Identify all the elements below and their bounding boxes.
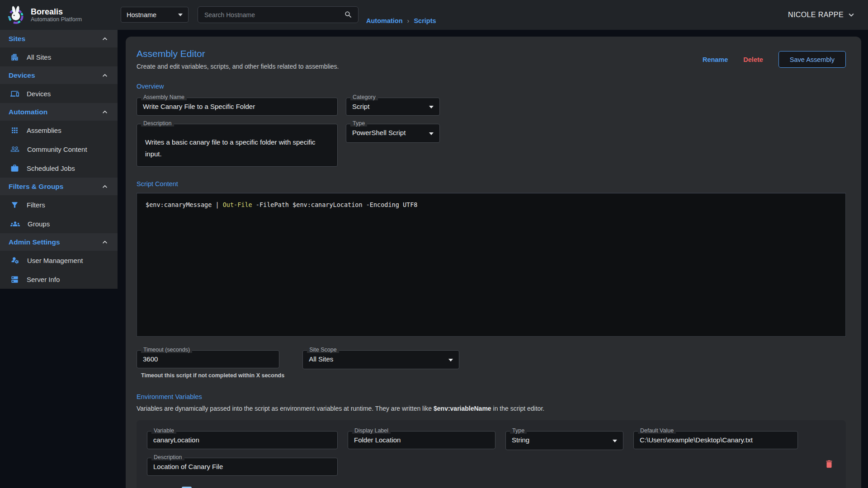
sidebar-item-label: Groups [28, 220, 50, 228]
sidebar-item-devices[interactable]: Devices [0, 84, 118, 103]
code-text: -FilePath $env:canaryLocation -Encoding … [252, 201, 418, 208]
assembly-editor-card: Assembly Editor Create and edit variable… [126, 37, 861, 488]
sidebar-item-community-content[interactable]: Community Content [0, 140, 118, 159]
category-select[interactable]: Category Script [346, 98, 440, 116]
description-field[interactable]: Description Writes a basic canary file t… [137, 124, 338, 167]
description-value: Writes a basic canary file to a specific… [137, 124, 337, 160]
breadcrumb: Automation › Scripts [366, 17, 436, 24]
env-vars-description: Variables are dynamically passed into th… [137, 405, 846, 412]
page-title: Assembly Editor [137, 48, 339, 59]
variable-type-label: Type [510, 427, 527, 434]
site-scope-select[interactable]: Site Scope All Sites [302, 350, 459, 369]
default-value-field[interactable]: Default Value C:\Users\example\Desktop\C… [633, 431, 798, 449]
chevron-up-icon [100, 182, 109, 191]
sidebar-item-label: Devices [27, 90, 51, 98]
borealis-rabbit-logo-icon [6, 5, 26, 25]
server-icon [10, 275, 19, 284]
code-text: $env:canaryMessage | [146, 201, 223, 208]
caret-down-icon [429, 106, 434, 108]
caret-down-icon [613, 440, 617, 442]
save-assembly-button[interactable]: Save Assembly [778, 51, 846, 68]
display-label-label: Display Label [352, 427, 391, 434]
chevron-up-icon [100, 71, 109, 80]
category-label: Category [350, 94, 378, 100]
script-content-heading: Script Content [137, 180, 846, 188]
variable-description-field[interactable]: Description Location of Canary File [147, 458, 338, 476]
people-icon [10, 145, 19, 154]
breadcrumb-automation[interactable]: Automation [366, 17, 403, 24]
sidebar-item-label: Assemblies [27, 127, 61, 134]
brand-name: Borealis [31, 7, 82, 17]
sidebar-section-label: Sites [9, 35, 25, 43]
sidebar-section-filters-groups[interactable]: Filters & Groups [0, 178, 118, 195]
hostname-dropdown[interactable]: Hostname [121, 7, 189, 23]
sidebar-section-label: Filters & Groups [9, 183, 63, 191]
env-variable-row: Variable canaryLocation Display Label Fo… [137, 420, 846, 488]
assembly-name-field[interactable]: Assembly Name Write Canary File to a Spe… [137, 98, 338, 116]
sidebar: Sites All Sites Devices Devices Automati… [0, 30, 118, 289]
default-value-label: Default Value [638, 427, 676, 434]
timeout-label: Timeout (seconds) [141, 347, 192, 353]
user-menu[interactable]: NICOLE RAPPE [788, 0, 856, 30]
code-cmdlet: Out-File [223, 201, 252, 208]
script-code-editor[interactable]: $env:canaryMessage | Out-File -FilePath … [137, 193, 846, 337]
sidebar-item-label: All Sites [27, 53, 51, 61]
sidebar-section-sites[interactable]: Sites [0, 30, 118, 47]
sidebar-item-label: Filters [27, 201, 45, 209]
sidebar-item-label: Scheduled Jobs [27, 164, 75, 172]
description-label: Description [141, 120, 174, 127]
sidebar-item-assemblies[interactable]: Assemblies [0, 121, 118, 140]
sidebar-item-label: User Management [27, 257, 83, 264]
search-input[interactable] [204, 11, 344, 19]
brand-subtitle: Automation Platform [31, 16, 82, 23]
type-select[interactable]: Type PowerShell Script [346, 124, 440, 143]
groups-icon [10, 219, 20, 229]
chevron-down-icon [846, 10, 856, 20]
env-var-token: $env:variableName [434, 405, 491, 412]
caret-down-icon [448, 359, 453, 361]
hostname-dropdown-value: Hostname [127, 11, 156, 19]
rename-button[interactable]: Rename [703, 56, 728, 63]
apps-grid-icon [10, 126, 19, 135]
variable-description-label: Description [151, 454, 184, 460]
delete-variable-button[interactable] [824, 459, 834, 470]
type-label: Type [350, 120, 367, 127]
briefcase-icon [10, 164, 19, 173]
page-subtitle: Create and edit variables, scripts, and … [137, 63, 339, 70]
assembly-name-label: Assembly Name [141, 94, 187, 100]
sidebar-section-label: Automation [9, 108, 47, 116]
sidebar-item-scheduled-jobs[interactable]: Scheduled Jobs [0, 159, 118, 178]
caret-down-icon [178, 14, 183, 16]
sidebar-item-user-management[interactable]: User Management [0, 251, 118, 270]
sidebar-item-filters[interactable]: Filters [0, 195, 118, 214]
caret-down-icon [429, 132, 434, 135]
sidebar-item-server-info[interactable]: Server Info [0, 270, 118, 289]
breadcrumb-scripts[interactable]: Scripts [414, 17, 436, 24]
search-icon [344, 10, 353, 19]
funnel-icon [10, 201, 19, 209]
display-label-field[interactable]: Display Label Folder Location [348, 431, 495, 449]
variable-name-label: Variable [151, 427, 176, 434]
delete-button[interactable]: Delete [743, 56, 763, 63]
sidebar-section-devices[interactable]: Devices [0, 66, 118, 84]
hostname-search[interactable] [198, 6, 359, 23]
sidebar-section-label: Admin Settings [9, 238, 60, 246]
sidebar-section-automation[interactable]: Automation [0, 103, 118, 121]
site-scope-label: Site Scope [307, 347, 339, 353]
chevron-up-icon [100, 34, 109, 43]
chevron-up-icon [100, 238, 109, 247]
sidebar-item-all-sites[interactable]: All Sites [0, 47, 118, 66]
sidebar-item-label: Community Content [27, 145, 87, 153]
trash-icon [824, 459, 834, 469]
devices-icon [10, 89, 19, 98]
sidebar-item-groups[interactable]: Groups [0, 214, 118, 233]
brand-area: Borealis Automation Platform [0, 5, 118, 25]
timeout-field[interactable]: Timeout (seconds) 3600 [137, 350, 279, 368]
variable-name-field[interactable]: Variable canaryLocation [147, 431, 338, 449]
variable-type-select[interactable]: Type String [505, 431, 623, 450]
sidebar-section-admin-settings[interactable]: Admin Settings [0, 233, 118, 251]
breadcrumb-separator: › [407, 17, 410, 24]
overview-heading: Overview [137, 83, 846, 90]
user-name: NICOLE RAPPE [788, 11, 844, 19]
env-vars-heading: Environment Variables [137, 393, 846, 400]
